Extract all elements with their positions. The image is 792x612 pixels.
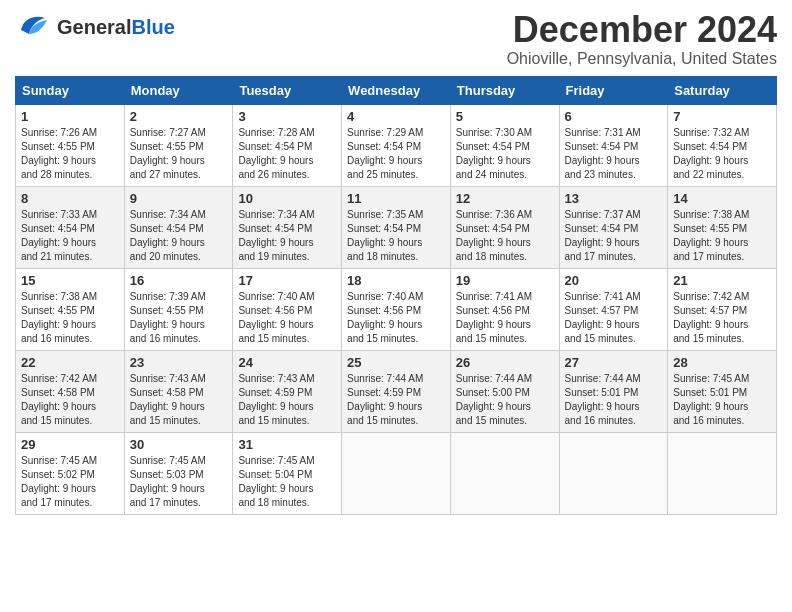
page-header: GeneralBlue December 2024 Ohioville, Pen… [15, 10, 777, 68]
calendar-table: SundayMondayTuesdayWednesdayThursdayFrid… [15, 76, 777, 515]
weekday-header-sunday: Sunday [16, 76, 125, 104]
location-title: Ohioville, Pennsylvania, United States [507, 50, 777, 68]
day-info: Sunrise: 7:44 AM Sunset: 5:00 PM Dayligh… [456, 372, 554, 428]
calendar-cell: 30Sunrise: 7:45 AM Sunset: 5:03 PM Dayli… [124, 432, 233, 514]
day-number: 31 [238, 437, 336, 452]
calendar-cell: 17Sunrise: 7:40 AM Sunset: 4:56 PM Dayli… [233, 268, 342, 350]
calendar-week-row: 29Sunrise: 7:45 AM Sunset: 5:02 PM Dayli… [16, 432, 777, 514]
logo: GeneralBlue [15, 10, 175, 44]
weekday-header-friday: Friday [559, 76, 668, 104]
calendar-cell: 28Sunrise: 7:45 AM Sunset: 5:01 PM Dayli… [668, 350, 777, 432]
day-number: 28 [673, 355, 771, 370]
day-info: Sunrise: 7:26 AM Sunset: 4:55 PM Dayligh… [21, 126, 119, 182]
weekday-header-wednesday: Wednesday [342, 76, 451, 104]
day-info: Sunrise: 7:45 AM Sunset: 5:03 PM Dayligh… [130, 454, 228, 510]
day-info: Sunrise: 7:31 AM Sunset: 4:54 PM Dayligh… [565, 126, 663, 182]
logo-blue-text: Blue [131, 16, 174, 38]
calendar-cell: 10Sunrise: 7:34 AM Sunset: 4:54 PM Dayli… [233, 186, 342, 268]
day-info: Sunrise: 7:30 AM Sunset: 4:54 PM Dayligh… [456, 126, 554, 182]
day-number: 17 [238, 273, 336, 288]
day-info: Sunrise: 7:45 AM Sunset: 5:01 PM Dayligh… [673, 372, 771, 428]
day-number: 26 [456, 355, 554, 370]
calendar-cell [668, 432, 777, 514]
day-number: 27 [565, 355, 663, 370]
day-number: 18 [347, 273, 445, 288]
day-info: Sunrise: 7:38 AM Sunset: 4:55 PM Dayligh… [673, 208, 771, 264]
calendar-cell: 22Sunrise: 7:42 AM Sunset: 4:58 PM Dayli… [16, 350, 125, 432]
day-number: 21 [673, 273, 771, 288]
day-info: Sunrise: 7:42 AM Sunset: 4:57 PM Dayligh… [673, 290, 771, 346]
day-number: 11 [347, 191, 445, 206]
day-number: 24 [238, 355, 336, 370]
calendar-cell: 2Sunrise: 7:27 AM Sunset: 4:55 PM Daylig… [124, 104, 233, 186]
calendar-cell: 7Sunrise: 7:32 AM Sunset: 4:54 PM Daylig… [668, 104, 777, 186]
day-number: 7 [673, 109, 771, 124]
day-number: 22 [21, 355, 119, 370]
calendar-cell: 25Sunrise: 7:44 AM Sunset: 4:59 PM Dayli… [342, 350, 451, 432]
calendar-cell: 16Sunrise: 7:39 AM Sunset: 4:55 PM Dayli… [124, 268, 233, 350]
weekday-header-thursday: Thursday [450, 76, 559, 104]
day-info: Sunrise: 7:27 AM Sunset: 4:55 PM Dayligh… [130, 126, 228, 182]
calendar-cell: 27Sunrise: 7:44 AM Sunset: 5:01 PM Dayli… [559, 350, 668, 432]
calendar-cell: 24Sunrise: 7:43 AM Sunset: 4:59 PM Dayli… [233, 350, 342, 432]
day-number: 1 [21, 109, 119, 124]
weekday-header-row: SundayMondayTuesdayWednesdayThursdayFrid… [16, 76, 777, 104]
calendar-cell: 6Sunrise: 7:31 AM Sunset: 4:54 PM Daylig… [559, 104, 668, 186]
calendar-cell: 21Sunrise: 7:42 AM Sunset: 4:57 PM Dayli… [668, 268, 777, 350]
day-info: Sunrise: 7:42 AM Sunset: 4:58 PM Dayligh… [21, 372, 119, 428]
calendar-cell: 5Sunrise: 7:30 AM Sunset: 4:54 PM Daylig… [450, 104, 559, 186]
calendar-cell: 1Sunrise: 7:26 AM Sunset: 4:55 PM Daylig… [16, 104, 125, 186]
day-number: 6 [565, 109, 663, 124]
day-number: 3 [238, 109, 336, 124]
calendar-cell: 9Sunrise: 7:34 AM Sunset: 4:54 PM Daylig… [124, 186, 233, 268]
day-info: Sunrise: 7:28 AM Sunset: 4:54 PM Dayligh… [238, 126, 336, 182]
calendar-cell: 13Sunrise: 7:37 AM Sunset: 4:54 PM Dayli… [559, 186, 668, 268]
day-number: 4 [347, 109, 445, 124]
calendar-cell: 14Sunrise: 7:38 AM Sunset: 4:55 PM Dayli… [668, 186, 777, 268]
day-number: 9 [130, 191, 228, 206]
calendar-cell: 31Sunrise: 7:45 AM Sunset: 5:04 PM Dayli… [233, 432, 342, 514]
weekday-header-monday: Monday [124, 76, 233, 104]
day-number: 16 [130, 273, 228, 288]
day-info: Sunrise: 7:33 AM Sunset: 4:54 PM Dayligh… [21, 208, 119, 264]
calendar-week-row: 8Sunrise: 7:33 AM Sunset: 4:54 PM Daylig… [16, 186, 777, 268]
day-info: Sunrise: 7:43 AM Sunset: 4:58 PM Dayligh… [130, 372, 228, 428]
day-info: Sunrise: 7:34 AM Sunset: 4:54 PM Dayligh… [130, 208, 228, 264]
day-number: 14 [673, 191, 771, 206]
calendar-cell [450, 432, 559, 514]
calendar-cell: 12Sunrise: 7:36 AM Sunset: 4:54 PM Dayli… [450, 186, 559, 268]
weekday-header-tuesday: Tuesday [233, 76, 342, 104]
day-info: Sunrise: 7:44 AM Sunset: 5:01 PM Dayligh… [565, 372, 663, 428]
day-number: 19 [456, 273, 554, 288]
day-number: 20 [565, 273, 663, 288]
day-info: Sunrise: 7:37 AM Sunset: 4:54 PM Dayligh… [565, 208, 663, 264]
day-info: Sunrise: 7:45 AM Sunset: 5:04 PM Dayligh… [238, 454, 336, 510]
calendar-week-row: 15Sunrise: 7:38 AM Sunset: 4:55 PM Dayli… [16, 268, 777, 350]
day-number: 23 [130, 355, 228, 370]
day-info: Sunrise: 7:38 AM Sunset: 4:55 PM Dayligh… [21, 290, 119, 346]
logo-icon [15, 10, 53, 44]
day-number: 12 [456, 191, 554, 206]
calendar-cell: 4Sunrise: 7:29 AM Sunset: 4:54 PM Daylig… [342, 104, 451, 186]
day-info: Sunrise: 7:36 AM Sunset: 4:54 PM Dayligh… [456, 208, 554, 264]
calendar-cell: 3Sunrise: 7:28 AM Sunset: 4:54 PM Daylig… [233, 104, 342, 186]
day-info: Sunrise: 7:40 AM Sunset: 4:56 PM Dayligh… [347, 290, 445, 346]
day-info: Sunrise: 7:35 AM Sunset: 4:54 PM Dayligh… [347, 208, 445, 264]
calendar-cell: 19Sunrise: 7:41 AM Sunset: 4:56 PM Dayli… [450, 268, 559, 350]
day-info: Sunrise: 7:34 AM Sunset: 4:54 PM Dayligh… [238, 208, 336, 264]
weekday-header-saturday: Saturday [668, 76, 777, 104]
day-info: Sunrise: 7:44 AM Sunset: 4:59 PM Dayligh… [347, 372, 445, 428]
day-info: Sunrise: 7:29 AM Sunset: 4:54 PM Dayligh… [347, 126, 445, 182]
calendar-cell: 18Sunrise: 7:40 AM Sunset: 4:56 PM Dayli… [342, 268, 451, 350]
day-info: Sunrise: 7:39 AM Sunset: 4:55 PM Dayligh… [130, 290, 228, 346]
day-number: 13 [565, 191, 663, 206]
day-number: 5 [456, 109, 554, 124]
logo-general-text: General [57, 16, 131, 38]
day-number: 8 [21, 191, 119, 206]
day-info: Sunrise: 7:45 AM Sunset: 5:02 PM Dayligh… [21, 454, 119, 510]
calendar-cell: 15Sunrise: 7:38 AM Sunset: 4:55 PM Dayli… [16, 268, 125, 350]
day-number: 15 [21, 273, 119, 288]
calendar-cell: 20Sunrise: 7:41 AM Sunset: 4:57 PM Dayli… [559, 268, 668, 350]
day-info: Sunrise: 7:41 AM Sunset: 4:56 PM Dayligh… [456, 290, 554, 346]
calendar-cell: 23Sunrise: 7:43 AM Sunset: 4:58 PM Dayli… [124, 350, 233, 432]
